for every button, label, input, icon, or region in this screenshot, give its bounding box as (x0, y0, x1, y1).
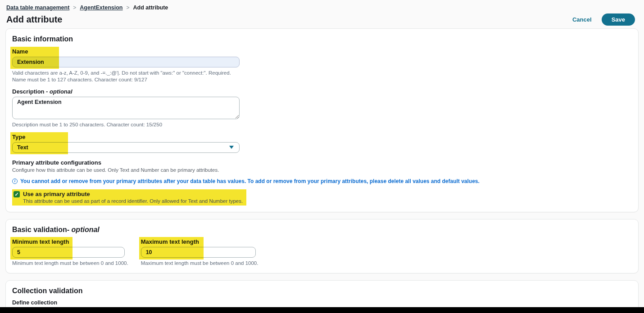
description-help-text: Description must be 1 to 250 characters.… (12, 121, 241, 128)
breadcrumb: Data table management > AgentExtension >… (6, 4, 637, 11)
breadcrumb-link-agent-extension[interactable]: AgentExtension (80, 4, 122, 11)
type-label: Type (12, 134, 240, 140)
save-button[interactable]: Save (602, 13, 635, 26)
breadcrumb-separator: > (73, 4, 76, 11)
max-length-input[interactable] (141, 247, 256, 258)
min-length-help-text: Minimum text length must be between 0 an… (12, 260, 128, 267)
name-label: Name (12, 48, 241, 55)
primary-configurations-subtext: Configure how this attribute can be used… (12, 167, 632, 173)
breadcrumb-separator: > (127, 4, 130, 11)
primary-info-message: i You cannot add or remove from your pri… (12, 178, 632, 185)
min-text-length-group: Minimum text length Minimum text length … (12, 238, 128, 267)
description-textarea[interactable]: Agent Extension (12, 97, 240, 119)
breadcrumb-link-data-table-management[interactable]: Data table management (6, 4, 69, 11)
basic-information-heading: Basic information (12, 35, 632, 43)
collection-validation-heading: Collection validation (12, 287, 632, 295)
info-icon: i (12, 179, 18, 184)
bottom-black-bar (0, 307, 644, 313)
name-field-group: Name Valid characters are a-z, A-Z, 0-9,… (12, 48, 241, 83)
description-label: Description - optional (12, 88, 241, 95)
type-field-group: Type Text (12, 134, 240, 153)
name-help-text: Valid characters are a-z, A-Z, 0-9, and … (12, 70, 241, 83)
basic-validation-heading: Basic validation- optional (12, 226, 632, 234)
basic-validation-optional-text: optional (72, 226, 100, 233)
define-collection-label: Define collection (12, 300, 632, 306)
max-length-label: Maximum text length (141, 238, 259, 245)
max-text-length-group: Maximum text length Maximum text length … (141, 238, 259, 267)
breadcrumb-current: Add attribute (133, 4, 168, 11)
description-optional-text: optional (50, 88, 73, 95)
primary-info-text: You cannot add or remove from your prima… (20, 178, 480, 185)
use-as-primary-checkbox[interactable]: ✓ (14, 191, 20, 197)
page-title: Add attribute (6, 14, 62, 25)
cancel-button[interactable]: Cancel (572, 16, 592, 23)
primary-attribute-checkbox-block: ✓ Use as primary attribute This attribut… (12, 189, 246, 206)
basic-validation-card: Basic validation- optional Minimum text … (5, 219, 639, 273)
use-as-primary-subtext: This attribute can be used as part of a … (23, 198, 243, 204)
type-select-value: Text (17, 144, 28, 151)
basic-validation-heading-text: Basic validation- (12, 226, 72, 233)
basic-information-card: Basic information Name Valid characters … (5, 28, 639, 212)
name-input[interactable] (12, 57, 240, 67)
type-select[interactable]: Text (12, 142, 240, 153)
page-header: Data table management > AgentExtension >… (0, 0, 644, 28)
description-label-text: Description - (12, 88, 50, 95)
max-length-help-text: Maximum text length must be between 0 an… (141, 260, 259, 267)
description-field-group: Description - optional Agent Extension D… (12, 88, 241, 128)
min-length-input[interactable] (12, 247, 125, 258)
use-as-primary-label: Use as primary attribute (23, 191, 90, 197)
min-length-label: Minimum text length (12, 238, 128, 245)
primary-configurations-heading: Primary attribute configurations (12, 159, 632, 166)
chevron-down-icon (229, 146, 234, 149)
